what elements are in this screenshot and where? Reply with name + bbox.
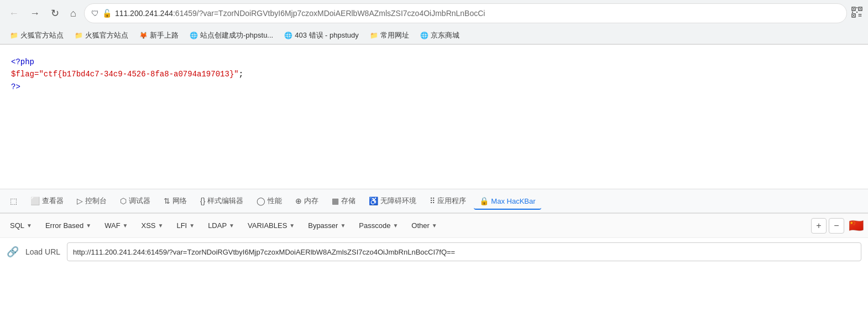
php-variable: $flag= — [11, 70, 39, 79]
qr-button[interactable] — [851, 7, 862, 20]
hackbar-add-button[interactable]: + — [811, 218, 827, 234]
svg-rect-6 — [859, 14, 860, 15]
hackbar-icon: 🔒 — [479, 196, 489, 205]
hackbar-menu: SQL ▼ Error Based ▼ WAF ▼ XSS ▼ LFI ▼ LD… — [0, 214, 868, 238]
bookmark-item[interactable]: 🌐 站点创建成功-phpstu... — [185, 29, 278, 42]
network-icon: ⇅ — [164, 196, 170, 205]
devtools-storage[interactable]: ▦ 存储 — [326, 193, 361, 209]
fox-icon: 🦊 — [139, 32, 148, 39]
hackbar-sql-menu[interactable]: SQL ▼ — [4, 219, 38, 232]
back-button[interactable]: ← — [6, 6, 22, 22]
svg-rect-3 — [860, 8, 861, 9]
devtools-pick-tool[interactable]: ⬚ — [4, 193, 23, 209]
svg-rect-8 — [859, 15, 860, 17]
folder-icon: 📁 — [75, 32, 83, 39]
storage-icon: ▦ — [332, 196, 339, 205]
php-semicolon: ; — [239, 70, 243, 79]
svg-rect-10 — [856, 7, 857, 8]
chinese-flag-icon: 🇨🇳 — [849, 219, 864, 233]
hackbar-lfi-menu[interactable]: LFI ▼ — [171, 219, 200, 232]
chevron-down-icon: ▼ — [432, 222, 437, 229]
svg-rect-9 — [860, 15, 861, 17]
hackbar-passcode-menu[interactable]: Passcode ▼ — [353, 219, 404, 232]
svg-rect-7 — [860, 14, 861, 15]
devtools-hackbar[interactable]: 🔒 Max HacKBar — [474, 193, 541, 210]
folder-icon: 📁 — [10, 32, 18, 39]
bookmark-item[interactable]: 📁 火狐官方站点 — [6, 29, 68, 42]
hackbar-bypasser-menu[interactable]: Bypasser ▼ — [302, 219, 351, 232]
globe-icon: 🌐 — [190, 32, 198, 39]
bookmark-item[interactable]: 🌐 403 错误 - phpstudy — [280, 29, 363, 42]
devtools-console[interactable]: ▷ 控制台 — [71, 193, 112, 209]
code-block: <?php $flag="ctf{b17bd4c7-34c9-4526-8fa8… — [11, 56, 857, 93]
bookmark-item[interactable]: 🌐 京东商城 — [416, 29, 464, 42]
chevron-down-icon: ▼ — [27, 222, 32, 229]
globe-icon: 🌐 — [420, 32, 428, 39]
php-open-tag: <?php — [11, 58, 34, 66]
hackbar-url-row: 🔗 Load URL — [0, 238, 868, 266]
devtools-inspector[interactable]: ⬜ 查看器 — [25, 193, 69, 209]
chevron-down-icon: ▼ — [289, 222, 295, 229]
chevron-down-icon: ▼ — [189, 222, 195, 229]
forward-button[interactable]: → — [27, 6, 43, 22]
shield-icon: 🛡 — [91, 9, 99, 18]
chevron-down-icon: ▼ — [393, 222, 398, 229]
chevron-down-icon: ▼ — [123, 222, 128, 229]
address-bar[interactable]: 🛡 🔓 111.200.241.244:61459/?var=TzorNDoiR… — [84, 3, 847, 23]
console-icon: ▷ — [77, 196, 83, 205]
devtools-memory[interactable]: ⊕ 内存 — [290, 193, 324, 209]
globe-icon: 🌐 — [284, 32, 292, 39]
hackbar-other-menu[interactable]: Other ▼ — [406, 219, 442, 232]
chevron-down-icon: ▼ — [340, 222, 346, 229]
lock-icon: 🔓 — [102, 9, 112, 18]
devtools-network[interactable]: ⇅ 网络 — [158, 193, 192, 209]
bookmarks-bar: 📁 火狐官方站点 📁 火狐官方站点 🦊 新手上路 🌐 站点创建成功-phpstu… — [0, 27, 868, 44]
accessibility-icon: ♿ — [369, 196, 378, 205]
hackbar-url-input[interactable] — [67, 242, 861, 261]
chevron-down-icon: ▼ — [158, 222, 164, 229]
hackbar-xss-menu[interactable]: XSS ▼ — [136, 219, 169, 232]
hackbar-waf-menu[interactable]: WAF ▼ — [99, 219, 133, 232]
apps-icon: ⠿ — [430, 196, 435, 205]
hackbar-remove-button[interactable]: − — [829, 218, 844, 234]
svg-rect-1 — [853, 8, 854, 9]
memory-icon: ⊕ — [295, 196, 302, 205]
home-button[interactable]: ⌂ — [67, 6, 80, 22]
address-path: :61459/?var=TzorNDoiRGVtbyI6Mjp7czoxMDoi… — [173, 9, 485, 18]
devtools-bar: ⬚ ⬜ 查看器 ▷ 控制台 ⬡ 调试器 ⇅ 网络 {} 样式编辑器 ◯ 性能 ⊕… — [0, 189, 868, 213]
bookmark-item[interactable]: 📁 火狐官方站点 — [70, 29, 133, 42]
hackbar-panel: SQL ▼ Error Based ▼ WAF ▼ XSS ▼ LFI ▼ LD… — [0, 213, 868, 266]
reload-button[interactable]: ↻ — [48, 5, 62, 22]
bookmark-item[interactable]: 🦊 新手上路 — [135, 29, 183, 42]
debugger-icon: ⬡ — [120, 196, 127, 205]
devtools-performance[interactable]: ◯ 性能 — [251, 193, 287, 209]
svg-rect-5 — [853, 15, 854, 16]
devtools-style-editor[interactable]: {} 样式编辑器 — [195, 193, 249, 209]
devtools-debugger[interactable]: ⬡ 调试器 — [114, 193, 156, 209]
style-icon: {} — [200, 196, 205, 205]
navigation-bar: ← → ↻ ⌂ 🛡 🔓 111.200.241.244:61459/?var=T… — [0, 0, 868, 27]
php-string-value: "ctf{b17bd4c7-34c9-4526-8fa8-a0794a19701… — [39, 70, 238, 79]
svg-rect-12 — [856, 12, 857, 13]
page-content: <?php $flag="ctf{b17bd4c7-34c9-4526-8fa8… — [0, 45, 868, 189]
qr-icon — [851, 7, 862, 18]
hackbar-error-based-menu[interactable]: Error Based ▼ — [40, 219, 97, 232]
address-text: 111.200.241.244:61459/?var=TzorNDoiRGVtb… — [115, 9, 840, 18]
chevron-down-icon: ▼ — [86, 222, 91, 229]
hackbar-variables-menu[interactable]: VARIABLES ▼ — [242, 219, 300, 232]
hackbar-ldap-menu[interactable]: LDAP ▼ — [202, 219, 240, 232]
chevron-down-icon: ▼ — [229, 222, 234, 229]
address-domain: 111.200.241.244 — [115, 9, 173, 18]
folder-icon: 📁 — [370, 32, 378, 39]
link-icon[interactable]: 🔗 — [7, 246, 19, 258]
php-close-tag: ?> — [11, 82, 20, 91]
inspector-icon: ⬜ — [30, 196, 40, 205]
devtools-accessibility[interactable]: ♿ 无障碍环境 — [363, 193, 422, 209]
pick-icon: ⬚ — [10, 196, 17, 205]
performance-icon: ◯ — [257, 196, 265, 205]
svg-rect-11 — [852, 12, 853, 13]
bookmark-item[interactable]: 📁 常用网址 — [365, 29, 414, 42]
devtools-applications[interactable]: ⠿ 应用程序 — [424, 193, 472, 209]
load-url-label[interactable]: Load URL — [25, 247, 60, 256]
